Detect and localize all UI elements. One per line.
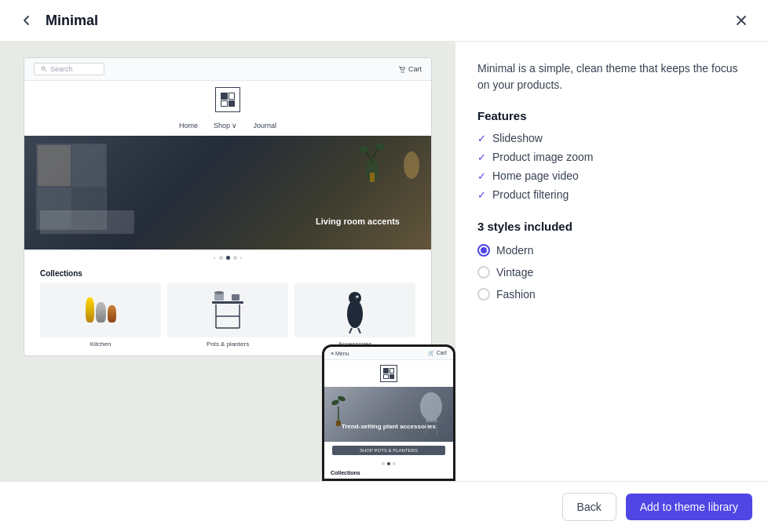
svg-point-21 <box>356 296 358 298</box>
mobile-cart-label: 🛒 Cart <box>428 350 447 356</box>
svg-rect-14 <box>212 301 243 304</box>
radio-fashion[interactable] <box>477 288 490 301</box>
feature-label-1: Product image zoom <box>492 151 593 163</box>
svg-point-8 <box>375 142 384 151</box>
menu-home: Home <box>179 122 198 129</box>
mockup-nav-bar: Search Cart <box>24 58 431 81</box>
feature-label-2: Home page video <box>492 169 579 182</box>
mobile-menu-label: ≡ Menu <box>331 351 349 356</box>
header-left: Minimal <box>16 9 98 31</box>
mockup-logo <box>24 81 431 118</box>
features-list: ✓ Slideshow ✓ Product image zoom ✓ Home … <box>477 132 746 201</box>
dialog-footer: Back Add to theme library <box>0 481 768 532</box>
svg-rect-17 <box>232 294 240 301</box>
style-vintage[interactable]: Vintage <box>477 266 746 279</box>
svg-point-24 <box>420 392 442 421</box>
mobile-collections-title: Collections <box>324 468 453 479</box>
hero-text: Living room accents <box>316 217 400 226</box>
feature-slideshow: ✓ Slideshow <box>477 132 746 144</box>
svg-rect-25 <box>426 419 437 422</box>
check-icon-1: ✓ <box>477 151 486 163</box>
feature-label-3: Product filtering <box>492 188 569 201</box>
theme-description: Minimal is a simple, clean theme that ke… <box>477 60 746 93</box>
svg-line-1 <box>45 70 46 71</box>
feature-label-0: Slideshow <box>492 132 543 144</box>
mockup-hero: Living room accents <box>24 136 431 250</box>
mockup-cart: Cart <box>398 65 422 73</box>
svg-line-7 <box>372 149 378 159</box>
close-button[interactable] <box>730 9 752 31</box>
svg-point-3 <box>403 71 404 73</box>
collection-pots-label: Pots & planters <box>167 341 288 348</box>
page-title: Minimal <box>46 13 98 29</box>
collection-kitchen-label: Kitchen <box>40 341 161 348</box>
style-modern-label: Modern <box>496 244 533 257</box>
main-content: Search Cart <box>0 42 768 481</box>
collection-pots: Pots & planters <box>167 282 288 348</box>
mobile-hero: Trend-setting plant accessories <box>324 387 453 442</box>
styles-title: 3 styles included <box>477 220 746 233</box>
search-text: Search <box>50 65 73 73</box>
collection-accessories: Accessories <box>294 282 415 348</box>
back-button[interactable]: Back <box>562 493 616 521</box>
back-icon[interactable] <box>16 9 38 31</box>
check-icon-3: ✓ <box>477 189 486 201</box>
collections-heading: Collections <box>24 266 431 282</box>
style-modern[interactable]: Modern <box>477 244 746 257</box>
check-icon-2: ✓ <box>477 170 486 182</box>
svg-point-29 <box>331 399 339 406</box>
svg-point-2 <box>401 71 403 73</box>
style-fashion[interactable]: Fashion <box>477 288 746 301</box>
svg-point-16 <box>214 291 224 294</box>
mobile-shop-btn: SHOP POTS & PLANTERS <box>332 446 445 455</box>
add-to-library-button[interactable]: Add to theme library <box>626 494 752 520</box>
info-panel: Minimal is a simple, clean theme that ke… <box>455 42 768 481</box>
radio-modern[interactable] <box>477 244 490 257</box>
cart-label: Cart <box>408 65 422 73</box>
mockup-search: Search <box>34 63 104 75</box>
check-icon-0: ✓ <box>477 133 486 144</box>
collection-kitchen: Kitchen <box>40 282 161 348</box>
svg-point-0 <box>42 67 45 70</box>
mobile-logo <box>324 360 453 387</box>
menu-journal: Journal <box>254 122 277 129</box>
radio-modern-inner <box>481 247 487 253</box>
feature-zoom: ✓ Product image zoom <box>477 151 746 163</box>
desktop-mockup: Search Cart <box>24 57 432 356</box>
svg-rect-31 <box>336 421 341 426</box>
mobile-nav: ≡ Menu 🛒 Cart <box>324 347 453 360</box>
mobile-mockup: ≡ Menu 🛒 Cart <box>322 344 455 481</box>
svg-line-27 <box>436 422 437 436</box>
svg-line-23 <box>358 328 360 333</box>
style-vintage-label: Vintage <box>496 266 533 279</box>
svg-rect-9 <box>370 173 375 182</box>
theme-preview: Search Cart <box>0 42 455 481</box>
radio-vintage[interactable] <box>477 266 490 279</box>
features-title: Features <box>477 109 746 122</box>
svg-line-22 <box>349 328 352 333</box>
style-fashion-label: Fashion <box>496 288 536 301</box>
mobile-dots <box>324 459 453 468</box>
svg-line-26 <box>426 422 427 436</box>
dialog-header: Minimal <box>0 0 768 42</box>
mockup-menu: Home Shop ∨ Journal <box>24 118 431 136</box>
svg-point-6 <box>360 144 370 155</box>
feature-video: ✓ Home page video <box>477 169 746 182</box>
menu-shop: Shop ∨ <box>214 122 238 129</box>
mockup-carousel-dots: ‹ › <box>24 250 431 266</box>
feature-filtering: ✓ Product filtering <box>477 188 746 201</box>
